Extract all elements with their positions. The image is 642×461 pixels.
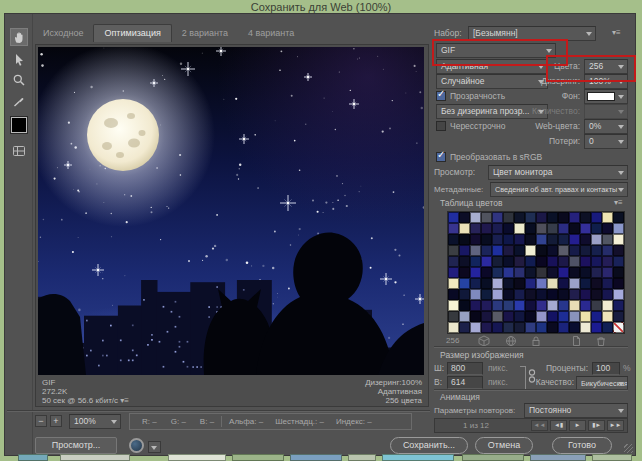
resize-grip[interactable] <box>624 444 633 453</box>
color-swatch[interactable] <box>492 245 503 256</box>
color-swatch[interactable] <box>503 223 514 234</box>
color-swatch[interactable] <box>503 322 514 333</box>
previous-frame-button[interactable]: ◄▮ <box>550 420 567 431</box>
color-swatch[interactable] <box>470 300 481 311</box>
color-swatch[interactable] <box>613 322 624 333</box>
color-swatch[interactable] <box>536 267 547 278</box>
color-swatch[interactable] <box>448 300 459 311</box>
color-swatch[interactable] <box>525 245 536 256</box>
color-swatch[interactable] <box>547 245 558 256</box>
color-swatch[interactable] <box>558 245 569 256</box>
color-swatch[interactable] <box>547 256 558 267</box>
color-swatch[interactable] <box>580 234 591 245</box>
color-swatch[interactable] <box>558 289 569 300</box>
color-swatch[interactable] <box>448 311 459 322</box>
color-swatch[interactable] <box>569 212 580 223</box>
hand-tool-button[interactable] <box>10 28 28 46</box>
color-swatch[interactable] <box>514 245 525 256</box>
color-swatch[interactable] <box>459 289 470 300</box>
matte-select[interactable] <box>584 89 628 104</box>
taskbar-window-tile[interactable] <box>348 454 376 461</box>
last-frame-button[interactable]: ►► <box>607 420 624 431</box>
color-swatch[interactable] <box>448 223 459 234</box>
browser-preview-icon[interactable] <box>129 438 144 453</box>
loop-options-select[interactable]: Постоянно <box>524 403 628 418</box>
color-swatch[interactable] <box>536 212 547 223</box>
color-swatch[interactable] <box>503 256 514 267</box>
eyedropper-tool-button[interactable] <box>10 92 28 110</box>
color-swatch[interactable] <box>569 311 580 322</box>
color-swatch[interactable] <box>470 267 481 278</box>
color-swatch[interactable] <box>492 300 503 311</box>
color-swatch[interactable] <box>558 256 569 267</box>
lossy-select[interactable]: 0 <box>584 134 628 149</box>
color-swatch[interactable] <box>514 267 525 278</box>
color-swatch[interactable] <box>591 278 602 289</box>
color-swatch[interactable] <box>525 278 536 289</box>
color-swatch[interactable] <box>481 289 492 300</box>
color-swatch[interactable] <box>536 289 547 300</box>
color-swatch[interactable] <box>448 289 459 300</box>
color-swatch[interactable] <box>514 300 525 311</box>
color-swatch[interactable] <box>459 267 470 278</box>
color-swatch[interactable] <box>459 212 470 223</box>
color-swatch[interactable] <box>558 267 569 278</box>
color-swatch[interactable] <box>448 322 459 333</box>
download-time[interactable]: 50 сек @ 56.6 кбит/с ▾≡ <box>42 396 129 405</box>
colors-select[interactable]: 256 <box>584 59 628 74</box>
color-swatch[interactable] <box>470 256 481 267</box>
color-swatch[interactable] <box>547 311 558 322</box>
done-button[interactable]: Готово <box>552 437 612 454</box>
color-swatch[interactable] <box>470 212 481 223</box>
taskbar-window-tile[interactable] <box>592 454 632 461</box>
color-swatch[interactable] <box>569 300 580 311</box>
color-swatch[interactable] <box>492 267 503 278</box>
color-swatch[interactable] <box>569 234 580 245</box>
color-swatch[interactable] <box>536 311 547 322</box>
color-swatch[interactable] <box>613 278 624 289</box>
slice-select-tool-button[interactable] <box>10 50 28 68</box>
color-swatch[interactable] <box>569 278 580 289</box>
color-swatch[interactable] <box>591 311 602 322</box>
color-swatch[interactable] <box>536 256 547 267</box>
color-swatch[interactable] <box>492 311 503 322</box>
color-swatch[interactable] <box>613 300 624 311</box>
taskbar-window-tile[interactable] <box>462 454 524 461</box>
color-swatch[interactable] <box>558 300 569 311</box>
color-swatch[interactable] <box>536 300 547 311</box>
color-swatch[interactable] <box>503 267 514 278</box>
color-swatch[interactable] <box>481 256 492 267</box>
play-button[interactable]: ► <box>569 420 586 431</box>
color-swatch[interactable] <box>613 267 624 278</box>
color-swatch[interactable] <box>525 289 536 300</box>
color-swatch[interactable] <box>558 223 569 234</box>
color-swatch[interactable] <box>536 234 547 245</box>
color-swatch[interactable] <box>481 234 492 245</box>
color-swatch[interactable] <box>470 245 481 256</box>
preset-menu-icon[interactable]: ▾≡ <box>612 28 621 37</box>
color-swatch[interactable] <box>602 256 613 267</box>
color-swatch[interactable] <box>492 278 503 289</box>
color-swatch[interactable] <box>547 322 558 333</box>
taskbar-window-tile[interactable] <box>530 454 586 461</box>
color-swatch[interactable] <box>525 267 536 278</box>
color-swatch[interactable] <box>580 311 591 322</box>
color-swatch[interactable] <box>481 322 492 333</box>
color-swatch[interactable] <box>503 278 514 289</box>
metadata-select[interactable]: Сведения об авт. правах и контакты <box>490 182 628 197</box>
color-swatch[interactable] <box>492 223 503 234</box>
color-swatch[interactable] <box>448 245 459 256</box>
color-swatch[interactable] <box>514 311 525 322</box>
browser-select-dropdown[interactable] <box>148 441 161 453</box>
color-swatch[interactable] <box>602 322 613 333</box>
tab-2[interactable]: 2 варианта <box>172 24 238 42</box>
format-select[interactable]: GIF <box>436 43 556 58</box>
preview-in-browser-button[interactable]: Просмотр... <box>35 437 117 454</box>
color-swatch[interactable] <box>547 212 558 223</box>
zoom-level-select[interactable]: 100% <box>69 414 121 429</box>
dither-amount-select[interactable]: 100% <box>584 74 628 89</box>
color-swatch[interactable] <box>569 245 580 256</box>
taskbar-window-tile[interactable] <box>382 454 454 461</box>
color-swatch[interactable] <box>547 300 558 311</box>
taskbar-window-tile[interactable] <box>232 454 284 461</box>
